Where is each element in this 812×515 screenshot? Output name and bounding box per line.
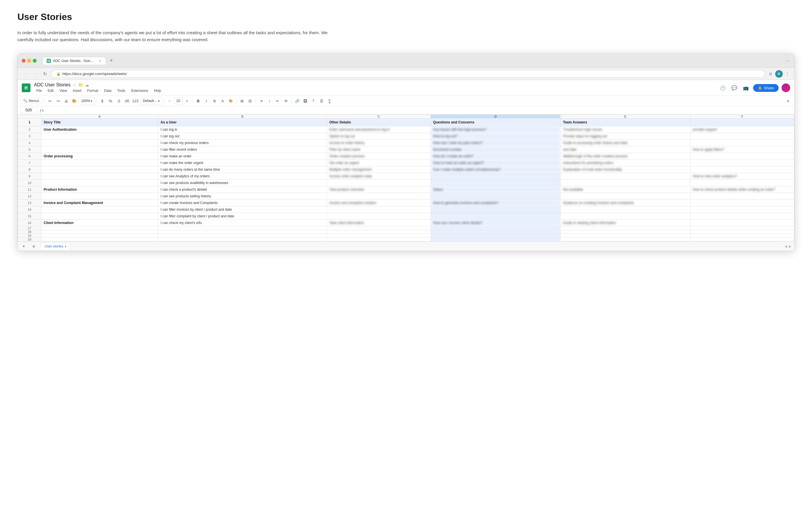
table-cell[interactable]: and date xyxy=(560,146,691,153)
add-sheet-button[interactable]: + xyxy=(21,243,27,249)
sum-button[interactable]: ∑ xyxy=(326,97,334,104)
minimize-window-button[interactable] xyxy=(27,59,31,63)
table-cell[interactable]: Enter username and password to log in xyxy=(327,126,431,133)
table-cell[interactable]: Product Information xyxy=(41,186,158,193)
align-button[interactable]: ≡ xyxy=(258,97,265,104)
table-cell[interactable]: View product overview xyxy=(327,186,431,193)
table-cell[interactable]: How to mark an order as urgent? xyxy=(431,160,560,166)
table-cell[interactable] xyxy=(560,213,691,220)
sheet-list-button[interactable]: ≡ xyxy=(30,243,37,249)
table-cell[interactable] xyxy=(158,230,327,234)
decimal-increase-button[interactable]: .00 xyxy=(123,97,130,104)
table-cell[interactable]: Walkthrough of the order creation proces… xyxy=(560,153,691,160)
print-button[interactable]: 🖨 xyxy=(62,97,70,104)
table-cell[interactable]: Can I make multiple orders simultaneousl… xyxy=(431,166,560,173)
table-cell[interactable]: Guide to viewing client information xyxy=(560,220,691,226)
table-cell[interactable]: I can see products selling history xyxy=(158,193,327,200)
menu-file[interactable]: File xyxy=(34,88,44,93)
italic-button[interactable]: I xyxy=(203,97,210,104)
present-icon[interactable]: 📺 xyxy=(742,84,750,92)
table-cell[interactable] xyxy=(431,213,560,220)
more-options-button[interactable]: ☰ xyxy=(318,97,325,104)
table-cell[interactable]: How to apply filters? xyxy=(690,146,794,153)
table-cell[interactable] xyxy=(560,238,691,241)
table-cell[interactable]: Invoice and Complaint Management xyxy=(41,200,158,206)
table-cell[interactable] xyxy=(327,230,431,234)
scroll-right-icon[interactable]: ▶ xyxy=(789,244,791,248)
table-cell[interactable] xyxy=(327,193,431,200)
table-cell[interactable]: Client Information xyxy=(41,220,158,226)
table-cell[interactable] xyxy=(690,220,794,226)
table-cell[interactable] xyxy=(327,213,431,220)
tab-close-button[interactable]: ✕ xyxy=(98,59,102,63)
table-cell[interactable] xyxy=(690,226,794,230)
formula-input[interactable] xyxy=(46,108,792,113)
filter-button[interactable]: ⊤ xyxy=(310,97,317,104)
table-cell[interactable] xyxy=(431,238,560,241)
table-cell[interactable]: Any issues with the login process? xyxy=(431,126,560,133)
table-cell[interactable]: Status xyxy=(431,186,560,193)
table-cell[interactable] xyxy=(560,180,691,186)
table-cell[interactable] xyxy=(41,180,158,186)
table-cell[interactable]: How to check product details while creat… xyxy=(690,186,794,193)
header-story-title[interactable]: Story Title xyxy=(41,119,158,126)
table-cell[interactable] xyxy=(690,206,794,213)
table-cell[interactable]: I can do many orders at the same time xyxy=(158,166,327,173)
table-cell[interactable] xyxy=(560,173,691,180)
table-cell[interactable]: I can see Analytics of my orders xyxy=(158,173,327,180)
table-cell[interactable]: I can make the order urgent xyxy=(158,160,327,166)
table-cell[interactable]: Option to log out xyxy=(327,133,431,140)
table-cell[interactable] xyxy=(431,234,560,238)
table-cell[interactable]: Order processing xyxy=(41,153,158,160)
sheet-tab-user-stories[interactable]: User stories ▾ xyxy=(40,243,71,249)
close-window-button[interactable] xyxy=(22,59,26,63)
menu-insert[interactable]: Insert xyxy=(70,88,84,93)
table-cell[interactable] xyxy=(327,234,431,238)
font-size-decrease-button[interactable]: − xyxy=(166,97,173,104)
header-as-a-user[interactable]: As a User xyxy=(158,119,327,126)
table-cell[interactable] xyxy=(690,238,794,241)
table-cell[interactable]: View client information xyxy=(327,220,431,226)
menu-format[interactable]: Format xyxy=(85,88,100,93)
table-cell[interactable] xyxy=(431,230,560,234)
table-cell[interactable] xyxy=(690,230,794,234)
cloud-icon[interactable]: ☁ xyxy=(85,83,89,87)
link-button[interactable]: 🔗 xyxy=(293,97,301,104)
menu-edit[interactable]: Edit xyxy=(45,88,56,93)
table-cell[interactable]: How can I view my past orders? xyxy=(431,140,560,146)
table-cell[interactable] xyxy=(431,173,560,180)
zoom-dropdown[interactable]: 100% ▾ xyxy=(79,97,95,104)
borders-button[interactable]: ⊞ xyxy=(238,97,246,104)
redo-button[interactable]: ↪ xyxy=(54,97,62,104)
table-cell[interactable] xyxy=(158,238,327,241)
table-cell[interactable]: I can create Invoices and Complaints xyxy=(158,200,327,206)
spreadsheet-container[interactable]: A B C D E F 1 Story Title As a User Othe… xyxy=(18,115,794,241)
col-header-f[interactable]: F xyxy=(690,115,794,119)
menu-tools[interactable]: Tools xyxy=(115,88,127,93)
table-cell[interactable] xyxy=(41,234,158,238)
menu-help[interactable]: Help xyxy=(152,88,164,93)
profile-avatar[interactable]: R xyxy=(775,70,783,78)
scroll-left-icon[interactable]: ◀ xyxy=(784,244,787,248)
table-cell[interactable] xyxy=(41,193,158,200)
font-size-input[interactable]: 10 xyxy=(174,97,183,104)
paint-format-button[interactable]: 🎨 xyxy=(70,97,78,104)
format-number-button[interactable]: 123 xyxy=(131,97,140,104)
merge-button[interactable]: ⊟ xyxy=(246,97,254,104)
strikethrough-button[interactable]: S xyxy=(211,97,219,104)
table-cell[interactable]: How can I access client details? xyxy=(431,220,560,226)
table-cell[interactable] xyxy=(690,200,794,206)
table-cell[interactable] xyxy=(560,226,691,230)
table-cell[interactable] xyxy=(41,160,158,166)
highlight-color-button[interactable]: 🎨 xyxy=(227,97,235,104)
table-cell[interactable]: Provide steps for logging out xyxy=(560,133,691,140)
table-cell[interactable]: User Authentication xyxy=(41,126,158,133)
address-input[interactable]: 🔒 https://docs.google.com/spreadsheets/ xyxy=(51,70,765,78)
table-cell[interactable] xyxy=(690,160,794,166)
table-cell[interactable] xyxy=(41,140,158,146)
table-cell[interactable]: Access to order history xyxy=(327,140,431,146)
folder-icon[interactable]: 📁 xyxy=(78,83,83,87)
history-icon[interactable]: 🕐 xyxy=(718,84,727,92)
table-cell[interactable] xyxy=(41,146,158,153)
cell-reference-input[interactable] xyxy=(20,107,37,113)
